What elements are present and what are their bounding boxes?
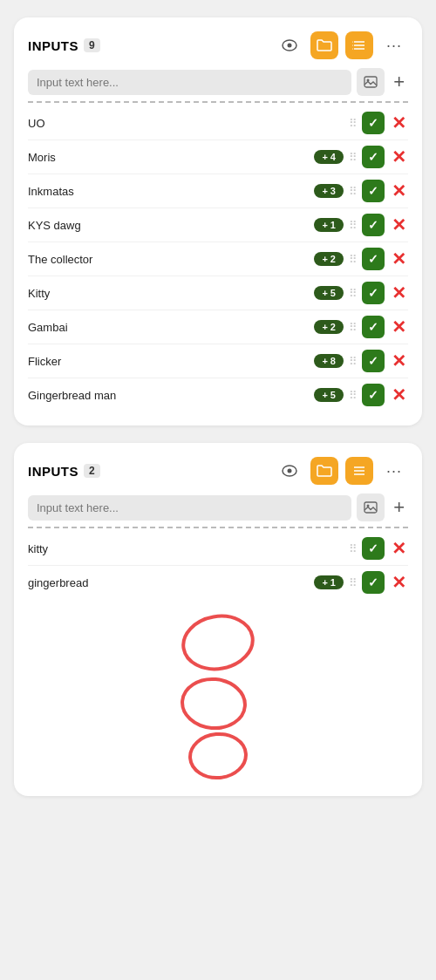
list-button-1[interactable]: [345, 31, 373, 59]
add-button-2[interactable]: +: [390, 498, 408, 517]
svg-rect-8: [364, 77, 377, 87]
drag-handle-5[interactable]: ⠿: [349, 287, 357, 300]
header-left-2: INPUTS 2: [28, 464, 100, 479]
item-name-c2-1: gingerbread: [28, 576, 309, 589]
list-item-6: Gambai + 2 ⠿ ✓ ✕: [28, 310, 408, 344]
list-icon: [352, 39, 366, 51]
drag-handle-c2-1[interactable]: ⠿: [349, 576, 357, 589]
check-button-0[interactable]: ✓: [362, 112, 385, 134]
more-button-1[interactable]: ···: [380, 31, 408, 59]
text-input-2[interactable]: [28, 495, 351, 521]
card-1-title: INPUTS: [28, 38, 78, 53]
tag-badge-5: + 5: [314, 286, 344, 300]
drag-handle-1[interactable]: ⠿: [349, 151, 357, 164]
list-item-3: KYS dawg + 1 ⠿ ✓ ✕: [28, 208, 408, 242]
divider-2: [28, 527, 408, 528]
input-row-1: +: [28, 68, 408, 96]
delete-button-1[interactable]: ✕: [390, 148, 408, 166]
more-button-2[interactable]: ···: [380, 457, 408, 485]
list-item-0: UO ⠿ ✓ ✕: [28, 106, 408, 140]
list-item-c2-1: gingerbread + 1 ⠿ ✓ ✕: [28, 566, 408, 599]
drag-handle-0[interactable]: ⠿: [349, 117, 357, 130]
delete-button-4[interactable]: ✕: [390, 250, 408, 268]
eye-button-1[interactable]: [276, 31, 303, 59]
item-name-5: Kitty: [28, 287, 309, 300]
list-item-1: Moris + 4 ⠿ ✓ ✕: [28, 140, 408, 174]
folder-icon: [317, 38, 332, 52]
item-name-0: UO: [28, 117, 344, 130]
eye-button-2[interactable]: [276, 457, 303, 485]
tag-badge-1: + 4: [314, 150, 344, 164]
tag-badge-7: + 8: [314, 354, 344, 368]
drag-handle-7[interactable]: ⠿: [349, 355, 357, 368]
text-input-1[interactable]: [28, 70, 351, 95]
svg-point-5: [352, 42, 353, 43]
svg-rect-15: [364, 502, 377, 513]
item-name-7: Flicker: [28, 355, 309, 368]
folder-button-1[interactable]: [310, 31, 338, 59]
image-button-2[interactable]: [357, 493, 385, 521]
svg-point-11: [288, 469, 292, 473]
svg-point-7: [352, 49, 353, 50]
delete-button-c2-0[interactable]: ✕: [390, 540, 408, 557]
image-icon-1: [364, 76, 378, 88]
scribble-drawings: [131, 608, 305, 782]
delete-button-0[interactable]: ✕: [390, 114, 408, 132]
drag-handle-4[interactable]: ⠿: [349, 253, 357, 266]
card-2-count: 2: [84, 464, 100, 478]
check-button-1[interactable]: ✓: [362, 146, 385, 168]
check-button-2[interactable]: ✓: [362, 180, 385, 202]
list-button-2[interactable]: [345, 457, 373, 485]
check-button-c2-1[interactable]: ✓: [362, 571, 385, 594]
card-2-header: INPUTS 2 ···: [28, 457, 408, 485]
delete-button-5[interactable]: ✕: [390, 284, 408, 302]
list-item-4: The collector + 2 ⠿ ✓ ✕: [28, 242, 408, 276]
check-button-8[interactable]: ✓: [362, 384, 385, 406]
folder-button-2[interactable]: [310, 457, 338, 485]
delete-button-c2-1[interactable]: ✕: [390, 574, 408, 591]
delete-button-6[interactable]: ✕: [390, 318, 408, 336]
tag-badge-8: + 5: [314, 388, 344, 402]
delete-button-7[interactable]: ✕: [390, 352, 408, 370]
list-2: kitty ⠿ ✓ ✕ gingerbread + 1 ⠿ ✓ ✕: [28, 532, 408, 599]
card-2-title: INPUTS: [28, 464, 78, 479]
item-name-2: Inkmatas: [28, 185, 309, 198]
delete-button-8[interactable]: ✕: [390, 386, 408, 404]
check-button-3[interactable]: ✓: [362, 214, 385, 236]
check-button-7[interactable]: ✓: [362, 350, 385, 372]
eye-icon-2: [282, 465, 297, 477]
drag-handle-3[interactable]: ⠿: [349, 219, 357, 232]
list-item-5: Kitty + 5 ⠿ ✓ ✕: [28, 276, 408, 310]
drag-handle-2[interactable]: ⠿: [349, 185, 357, 198]
scribble-overlay: [28, 608, 408, 782]
item-name-4: The collector: [28, 253, 309, 266]
item-name-6: Gambai: [28, 321, 309, 334]
check-button-6[interactable]: ✓: [362, 316, 385, 338]
divider-1: [28, 101, 408, 103]
svg-point-6: [352, 45, 353, 46]
item-name-3: KYS dawg: [28, 219, 309, 232]
check-button-5[interactable]: ✓: [362, 282, 385, 304]
tag-badge-c2-1: + 1: [314, 575, 344, 589]
drag-handle-c2-0[interactable]: ⠿: [349, 542, 357, 555]
image-button-1[interactable]: [357, 68, 385, 96]
svg-point-19: [188, 732, 248, 779]
drag-handle-6[interactable]: ⠿: [349, 321, 357, 334]
check-button-4[interactable]: ✓: [362, 248, 385, 270]
card-1-header: INPUTS 9: [28, 31, 408, 59]
folder-icon-2: [317, 464, 332, 478]
delete-button-2[interactable]: ✕: [390, 182, 408, 200]
item-name-8: Gingerbread man: [28, 389, 309, 402]
svg-point-18: [181, 677, 248, 731]
tag-badge-4: + 2: [314, 252, 344, 266]
list-1: UO ⠿ ✓ ✕ Moris + 4 ⠿ ✓ ✕ Inkmatas + 3 ⠿ …: [28, 106, 408, 412]
check-button-c2-0[interactable]: ✓: [362, 537, 385, 560]
svg-point-1: [288, 44, 292, 48]
tag-badge-3: + 1: [314, 218, 344, 232]
item-name-1: Moris: [28, 151, 309, 164]
add-button-1[interactable]: +: [390, 72, 408, 92]
drag-handle-8[interactable]: ⠿: [349, 389, 357, 402]
delete-button-3[interactable]: ✕: [390, 216, 408, 234]
svg-point-17: [179, 611, 256, 675]
eye-icon: [282, 39, 297, 51]
